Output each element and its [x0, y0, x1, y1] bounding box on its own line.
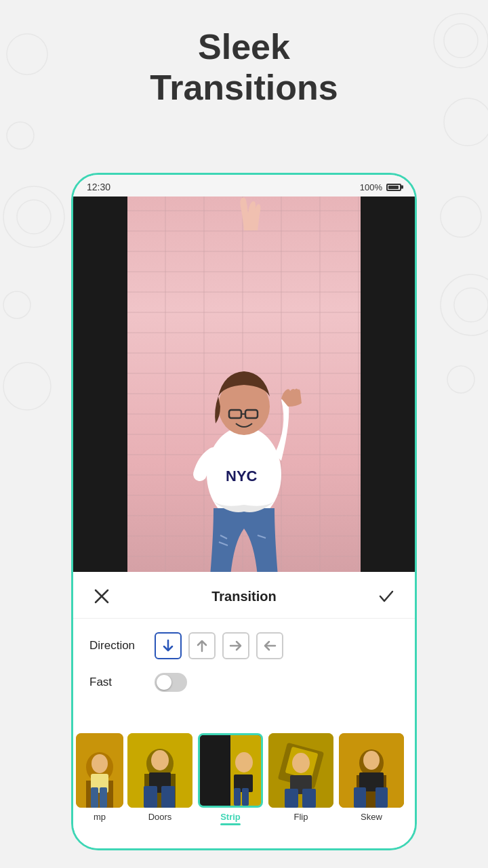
- svg-text:NYC: NYC: [226, 468, 258, 484]
- svg-rect-42: [200, 735, 230, 806]
- thumb-img-doors: [127, 733, 192, 808]
- svg-rect-40: [144, 786, 157, 808]
- fast-row: Fast: [73, 665, 415, 700]
- svg-point-6: [17, 200, 51, 234]
- thumb-item-skew[interactable]: Skew: [338, 733, 405, 822]
- confirm-button[interactable]: [374, 584, 399, 608]
- svg-rect-54: [302, 789, 316, 808]
- phone-frame: 12:30 100%: [71, 173, 417, 850]
- cancel-button[interactable]: [89, 584, 114, 608]
- svg-point-12: [447, 366, 474, 393]
- toggle-knob: [157, 675, 171, 690]
- svg-point-31: [92, 754, 108, 773]
- svg-rect-47: [242, 788, 249, 806]
- svg-point-3: [7, 122, 34, 149]
- thumb-label-doors: Doors: [148, 812, 172, 822]
- svg-point-9: [441, 274, 488, 335]
- battery-icon: [386, 184, 401, 191]
- transition-title: Transition: [211, 589, 277, 604]
- svg-point-5: [3, 186, 64, 247]
- thumb-item-doors[interactable]: Doors: [126, 733, 194, 822]
- svg-rect-34: [100, 787, 107, 808]
- svg-point-11: [3, 363, 51, 410]
- svg-point-51: [292, 753, 310, 773]
- thumb-img-skew: [339, 733, 404, 808]
- thumb-label-skew: Skew: [361, 812, 382, 822]
- svg-point-38: [151, 750, 169, 770]
- battery-percent: 100%: [360, 182, 382, 192]
- svg-rect-53: [285, 789, 298, 808]
- panel-area: Transition Direction: [73, 572, 415, 848]
- thumb-label-bump: mp: [94, 812, 106, 822]
- direction-left-button[interactable]: [256, 632, 283, 659]
- title-area: Sleek Transitions: [0, 27, 488, 108]
- black-bar-right: [361, 197, 415, 576]
- thumb-label-flip: Flip: [294, 812, 308, 822]
- thumb-img-bump: [76, 733, 123, 808]
- video-area: NYC: [73, 197, 415, 576]
- direction-row: Direction: [73, 619, 415, 665]
- direction-down-button[interactable]: [155, 632, 182, 659]
- direction-buttons: [155, 632, 283, 659]
- hand-top: [224, 197, 264, 230]
- svg-rect-33: [91, 787, 98, 808]
- photo-center: NYC: [127, 197, 361, 576]
- svg-rect-61: [375, 787, 388, 808]
- thumb-img-strip: [198, 733, 263, 808]
- svg-rect-60: [354, 787, 366, 808]
- status-time: 12:30: [87, 182, 110, 192]
- thumbnail-strip: mp Doors: [73, 726, 415, 848]
- fast-toggle[interactable]: [155, 673, 187, 692]
- svg-point-58: [363, 751, 380, 770]
- svg-rect-41: [161, 786, 175, 808]
- thumb-label-strip: Strip: [220, 812, 241, 825]
- thumb-item-strip[interactable]: Strip: [197, 733, 264, 825]
- svg-point-7: [441, 197, 481, 237]
- svg-point-10: [454, 288, 488, 322]
- thumb-item-flip[interactable]: Flip: [267, 733, 335, 822]
- thumb-img-flip: [268, 733, 333, 808]
- svg-point-44: [235, 752, 253, 772]
- status-right: 100%: [360, 182, 401, 192]
- svg-rect-46: [234, 788, 241, 806]
- svg-point-8: [3, 291, 30, 318]
- transition-header: Transition: [73, 572, 415, 619]
- direction-right-button[interactable]: [222, 632, 249, 659]
- main-title: Sleek Transitions: [0, 27, 488, 108]
- thumb-item-bump[interactable]: mp: [76, 733, 123, 822]
- status-bar: 12:30 100%: [73, 175, 415, 197]
- direction-label: Direction: [89, 639, 144, 653]
- fast-label: Fast: [89, 676, 144, 689]
- direction-up-button[interactable]: [188, 632, 216, 659]
- person-figure: NYC: [176, 285, 312, 576]
- black-bar-left: [73, 197, 127, 576]
